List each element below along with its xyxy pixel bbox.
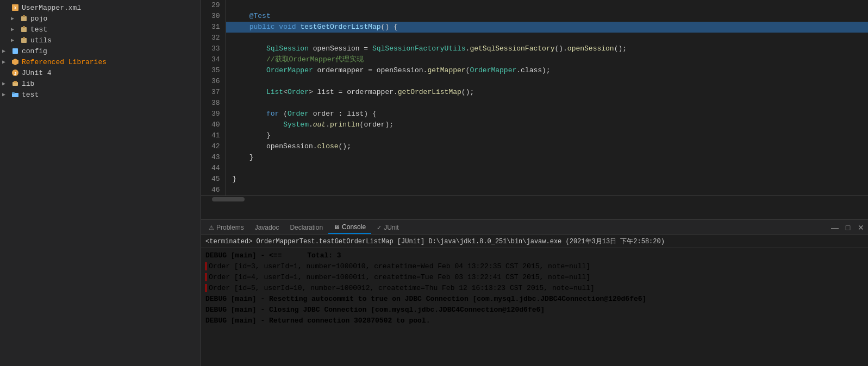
javadoc-tab-label: Javadoc <box>255 224 279 231</box>
order-output: Order [id=3, userId=1, number=1000010, c… <box>205 262 590 270</box>
xml-icon: X <box>11 3 20 12</box>
tab-junit[interactable]: ✓JUnit <box>371 222 404 234</box>
h-scroll-thumb[interactable] <box>212 197 245 201</box>
junit-icon: J <box>11 68 20 77</box>
code-row-37: 37 List<Order> list = ordermapper.getOrd… <box>201 87 868 98</box>
console-tab-icon: 🖥 <box>334 224 340 230</box>
console-line-order3: Order [id=5, userId=10, number=1000012, … <box>205 283 864 294</box>
sidebar-item-pojo[interactable]: ▶pojo <box>0 13 201 24</box>
svg-rect-4 <box>21 27 27 32</box>
svg-rect-2 <box>21 16 27 21</box>
svg-rect-7 <box>23 37 25 39</box>
sidebar-item-referenced-libraries[interactable]: ▶Referenced Libraries <box>0 56 201 67</box>
line-number: 31 <box>201 22 226 33</box>
code-row-36: 36 <box>201 76 868 87</box>
junit-tab-label: JUnit <box>384 224 398 231</box>
chevron-icon: ▶ <box>2 48 10 54</box>
line-number: 42 <box>201 141 226 152</box>
tab-console[interactable]: 🖥Console <box>328 221 371 234</box>
line-number: 30 <box>201 11 226 22</box>
svg-rect-5 <box>23 26 25 28</box>
code-row-33: 33 SqlSession openSession = SqlSessionFa… <box>201 43 868 54</box>
sidebar-item-label: JUnit 4 <box>22 69 52 77</box>
console-output[interactable]: DEBUG [main] - <== Total: 3Order [id=3, … <box>201 248 868 366</box>
lib-icon <box>11 79 20 88</box>
code-row-44: 44 <box>201 163 868 174</box>
panel-tab-bar: ⚠ProblemsJavadocDeclaration🖥Console✓JUni… <box>201 220 868 235</box>
sidebar-item-test-pkg[interactable]: ▶test <box>0 24 201 35</box>
code-row-41: 41 } <box>201 130 868 141</box>
line-number: 34 <box>201 54 226 65</box>
close-panel-button[interactable]: ✕ <box>856 223 866 232</box>
line-number: 38 <box>201 98 226 109</box>
console-line-debug2: DEBUG [main] - Resetting autocommit to t… <box>205 294 864 305</box>
code-line-content: List<Order> list = ordermapper.getOrderL… <box>226 87 868 98</box>
tab-problems[interactable]: ⚠Problems <box>203 222 249 234</box>
sidebar-item-label: test <box>22 91 39 99</box>
code-row-31: 31 public void testGetOrderListMap() { <box>201 22 868 33</box>
sidebar-item-test-folder[interactable]: ▶test <box>0 89 201 100</box>
code-line-content: openSession.close(); <box>226 141 868 152</box>
junit-tab-icon: ✓ <box>377 224 382 231</box>
sidebar-item-label: Referenced Libraries <box>22 58 107 66</box>
sidebar-item-label: lib <box>22 80 34 88</box>
sidebar-item-junit4[interactable]: JJUnit 4 <box>0 67 201 78</box>
package-icon <box>20 36 28 45</box>
line-number: 37 <box>201 87 226 98</box>
line-number: 41 <box>201 130 226 141</box>
sidebar-item-lib[interactable]: ▶lib <box>0 78 201 89</box>
console-line-order1: Order [id=3, userId=1, number=1000010, c… <box>205 261 864 272</box>
code-editor[interactable]: 29 30 @Test31 public void testGetOrderLi… <box>201 0 868 219</box>
code-row-45: 45} <box>201 174 868 185</box>
chevron-icon: ▶ <box>11 26 18 33</box>
code-row-40: 40 System.out.println(order); <box>201 119 868 130</box>
sidebar-item-label: UserMapper.xml <box>22 4 81 12</box>
console-header-text: <terminated> OrderMapperTest.testGetOrde… <box>201 235 868 248</box>
sidebar-item-label: config <box>22 47 47 55</box>
code-line-content <box>226 98 868 109</box>
tab-declaration[interactable]: Declaration <box>284 222 328 234</box>
debug-output: DEBUG [main] - Closing JDBC Connection [… <box>205 306 545 314</box>
svg-rect-15 <box>12 92 15 94</box>
chevron-icon: ▶ <box>2 59 10 65</box>
problems-tab-label: Problems <box>216 224 244 231</box>
console-tab-label: Console <box>342 223 366 231</box>
code-row-30: 30 @Test <box>201 11 868 22</box>
minimize-panel-button[interactable]: — <box>830 223 840 232</box>
code-table: 29 30 @Test31 public void testGetOrderLi… <box>201 0 868 195</box>
svg-rect-8 <box>13 48 18 54</box>
chevron-icon: ▶ <box>11 15 18 22</box>
line-number: 39 <box>201 109 226 119</box>
code-line-content: OrderMapper ordermapper = openSession.ge… <box>226 65 868 76</box>
code-row-35: 35 OrderMapper ordermapper = openSession… <box>201 65 868 76</box>
svg-marker-9 <box>12 59 18 65</box>
tab-javadoc[interactable]: Javadoc <box>249 222 285 234</box>
code-line-content: //获取OrderMapper代理实现 <box>226 54 868 65</box>
svg-rect-3 <box>23 15 25 17</box>
line-number: 46 <box>201 185 226 195</box>
debug-output: DEBUG [main] - Returned connection 30287… <box>205 317 430 325</box>
line-number: 40 <box>201 119 226 130</box>
horizontal-scrollbar[interactable] <box>201 195 868 202</box>
code-line-content <box>226 0 868 11</box>
line-number: 43 <box>201 152 226 163</box>
sidebar-item-label: pojo <box>30 15 47 23</box>
console-line-debug3: DEBUG [main] - Closing JDBC Connection [… <box>205 305 864 315</box>
sidebar-item-usermapper-xml[interactable]: XUserMapper.xml <box>0 2 201 13</box>
maximize-panel-button[interactable]: □ <box>843 223 853 232</box>
code-row-39: 39 for (Order order : list) { <box>201 109 868 119</box>
chevron-icon: ▶ <box>2 91 10 98</box>
svg-rect-13 <box>14 81 17 83</box>
chevron-icon: ▶ <box>2 80 10 87</box>
code-line-content: @Test <box>226 11 868 22</box>
sidebar-item-config[interactable]: ▶config <box>0 46 201 56</box>
code-line-content <box>226 163 868 174</box>
config-icon <box>11 47 20 55</box>
declaration-tab-label: Declaration <box>290 224 323 231</box>
order-output: Order [id=4, userId=1, number=1000011, c… <box>205 273 590 281</box>
code-line-content: } <box>226 130 868 141</box>
sidebar-item-utils[interactable]: ▶utils <box>0 35 201 46</box>
debug-output: DEBUG [main] - Resetting autocommit to t… <box>205 295 646 303</box>
console-line-debug1: DEBUG [main] - <== Total: 3 <box>205 250 864 261</box>
panel-actions: — □ ✕ <box>830 223 866 232</box>
